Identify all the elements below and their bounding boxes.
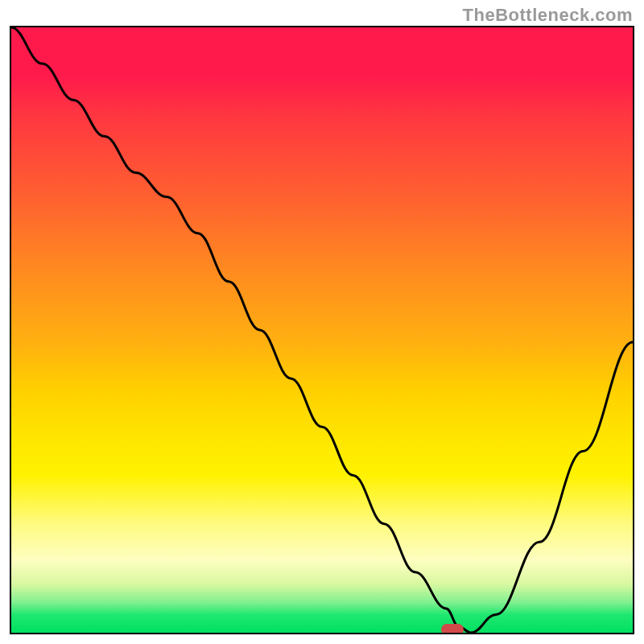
watermark-text: TheBottleneck.com <box>463 5 633 26</box>
chart-svg <box>11 27 633 633</box>
chart-frame <box>10 26 634 634</box>
bottleneck-curve-path <box>11 27 633 633</box>
sweet-spot-marker <box>441 624 464 634</box>
